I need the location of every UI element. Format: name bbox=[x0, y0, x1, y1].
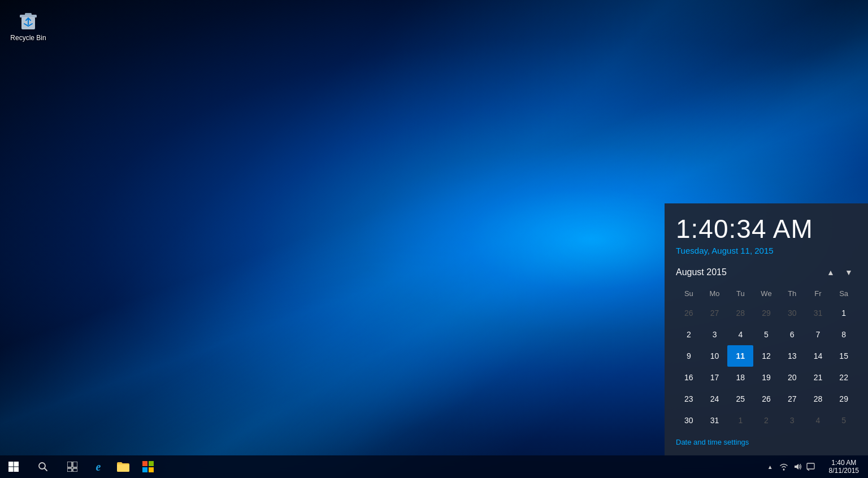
calendar-day-header: Su bbox=[676, 287, 702, 302]
svg-rect-7 bbox=[14, 467, 19, 472]
calendar-day-cell[interactable]: 25 bbox=[727, 388, 753, 410]
calendar-day-cell[interactable]: 7 bbox=[805, 324, 831, 345]
calendar-popup: 1:40:34 AM Tuesday, August 11, 2015 Augu… bbox=[665, 203, 868, 455]
date-time-settings-link[interactable]: Date and time settings bbox=[676, 438, 857, 446]
calendar-day-header: Tu bbox=[727, 287, 753, 302]
calendar-day-cell[interactable]: 4 bbox=[727, 324, 753, 345]
calendar-week-row: 2345678 bbox=[676, 324, 857, 345]
recycle-bin-icon[interactable]: Recycle Bin bbox=[6, 6, 51, 44]
svg-rect-2 bbox=[25, 13, 32, 15]
taskbar-explorer-button[interactable] bbox=[111, 455, 136, 478]
calendar-next-button[interactable]: ▼ bbox=[841, 264, 857, 280]
taskbar-ie-button[interactable]: e bbox=[86, 455, 111, 478]
recycle-bin-svg bbox=[16, 8, 40, 32]
search-icon bbox=[38, 462, 48, 472]
calendar-day-header: Mo bbox=[702, 287, 728, 302]
clock-button[interactable]: 1:40 AM 8/11/2015 bbox=[822, 455, 866, 478]
calendar-day-cell[interactable]: 23 bbox=[676, 388, 702, 410]
calendar-day-cell[interactable]: 4 bbox=[805, 410, 831, 431]
svg-rect-0 bbox=[21, 17, 35, 29]
calendar-week-row: 23242526272829 bbox=[676, 388, 857, 410]
search-button[interactable] bbox=[27, 455, 59, 478]
calendar-day-cell[interactable]: 26 bbox=[753, 388, 779, 410]
calendar-day-cell[interactable]: 6 bbox=[779, 324, 805, 345]
calendar-day-cell[interactable]: 11 bbox=[727, 345, 753, 367]
calendar-week-row: 2627282930311 bbox=[676, 302, 857, 324]
calendar-day-cell[interactable]: 31 bbox=[702, 410, 728, 431]
calendar-day-cell[interactable]: 30 bbox=[676, 410, 702, 431]
calendar-day-cell[interactable]: 29 bbox=[753, 302, 779, 324]
calendar-day-cell[interactable]: 27 bbox=[779, 388, 805, 410]
action-center-icon[interactable] bbox=[805, 455, 817, 478]
calendar-day-cell[interactable]: 3 bbox=[702, 324, 728, 345]
svg-rect-19 bbox=[807, 463, 814, 469]
calendar-week-row: 16171819202122 bbox=[676, 367, 857, 388]
calendar-day-cell[interactable]: 10 bbox=[702, 345, 728, 367]
store-icon bbox=[142, 461, 154, 472]
calendar-body: 2627282930311234567891011121314151617181… bbox=[676, 302, 857, 431]
taskbar-store-button[interactable] bbox=[136, 455, 160, 478]
calendar-week-row: 303112345 bbox=[676, 410, 857, 431]
volume-icon[interactable] bbox=[792, 455, 803, 478]
volume-svg-icon bbox=[793, 462, 802, 471]
calendar-day-header: Th bbox=[779, 287, 805, 302]
clock-display: 1:40:34 AM bbox=[676, 215, 857, 244]
folder-icon bbox=[117, 462, 129, 472]
calendar-day-cell[interactable]: 28 bbox=[805, 388, 831, 410]
calendar-day-cell[interactable]: 18 bbox=[727, 367, 753, 388]
calendar-day-cell[interactable]: 3 bbox=[779, 410, 805, 431]
calendar-day-cell[interactable]: 16 bbox=[676, 367, 702, 388]
svg-line-9 bbox=[45, 468, 47, 471]
calendar-day-cell[interactable]: 15 bbox=[831, 345, 857, 367]
calendar-day-cell[interactable]: 19 bbox=[753, 367, 779, 388]
calendar-day-cell[interactable]: 1 bbox=[727, 410, 753, 431]
network-svg-icon bbox=[779, 462, 788, 471]
calendar-day-cell[interactable]: 12 bbox=[753, 345, 779, 367]
calendar-day-cell[interactable]: 5 bbox=[831, 410, 857, 431]
svg-rect-13 bbox=[73, 468, 77, 472]
calendar-day-cell[interactable]: 27 bbox=[702, 302, 728, 324]
calendar-day-cell[interactable]: 5 bbox=[753, 324, 779, 345]
calendar-day-cell[interactable]: 9 bbox=[676, 345, 702, 367]
calendar-day-cell[interactable]: 30 bbox=[779, 302, 805, 324]
svg-rect-5 bbox=[14, 462, 19, 467]
calendar-day-cell[interactable]: 22 bbox=[831, 367, 857, 388]
taskbar-right: ▲ bbox=[759, 455, 868, 478]
calendar-day-cell[interactable]: 24 bbox=[702, 388, 728, 410]
calendar-day-cell[interactable]: 1 bbox=[831, 302, 857, 324]
calendar-day-cell[interactable]: 31 bbox=[805, 302, 831, 324]
task-view-button[interactable] bbox=[59, 455, 86, 478]
calendar-day-header: We bbox=[753, 287, 779, 302]
svg-rect-1 bbox=[20, 15, 37, 18]
calendar-day-cell[interactable]: 21 bbox=[805, 367, 831, 388]
start-button[interactable] bbox=[0, 455, 27, 478]
desktop: Recycle Bin 1:40:34 AM Tuesday, August 1… bbox=[0, 0, 868, 478]
taskbar-left: e bbox=[0, 455, 160, 478]
calendar-header: August 2015 ▲ ▼ bbox=[676, 264, 857, 280]
svg-rect-14 bbox=[142, 461, 147, 466]
systray-overflow-button[interactable]: ▲ bbox=[765, 455, 776, 478]
month-year-label: August 2015 bbox=[676, 267, 727, 277]
windows-logo-icon bbox=[8, 462, 19, 472]
ie-icon: e bbox=[96, 460, 101, 473]
calendar-day-cell[interactable]: 2 bbox=[753, 410, 779, 431]
calendar-day-cell[interactable]: 14 bbox=[805, 345, 831, 367]
calendar-day-cell[interactable]: 2 bbox=[676, 324, 702, 345]
calendar-day-cell[interactable]: 26 bbox=[676, 302, 702, 324]
calendar-day-cell[interactable]: 28 bbox=[727, 302, 753, 324]
svg-rect-6 bbox=[8, 467, 14, 472]
taskbar-clock-time: 1:40 AM bbox=[831, 459, 856, 467]
svg-rect-10 bbox=[67, 462, 72, 467]
calendar-day-cell[interactable]: 20 bbox=[779, 367, 805, 388]
svg-point-18 bbox=[783, 469, 784, 471]
calendar-day-cell[interactable]: 8 bbox=[831, 324, 857, 345]
network-icon[interactable] bbox=[778, 455, 789, 478]
svg-rect-11 bbox=[73, 462, 77, 467]
recycle-bin-label: Recycle Bin bbox=[10, 34, 46, 42]
calendar-day-cell[interactable]: 29 bbox=[831, 388, 857, 410]
calendar-day-cell[interactable]: 13 bbox=[779, 345, 805, 367]
calendar-prev-button[interactable]: ▲ bbox=[823, 264, 839, 280]
task-view-icon bbox=[67, 462, 77, 472]
message-svg-icon bbox=[806, 463, 815, 471]
calendar-day-cell[interactable]: 17 bbox=[702, 367, 728, 388]
